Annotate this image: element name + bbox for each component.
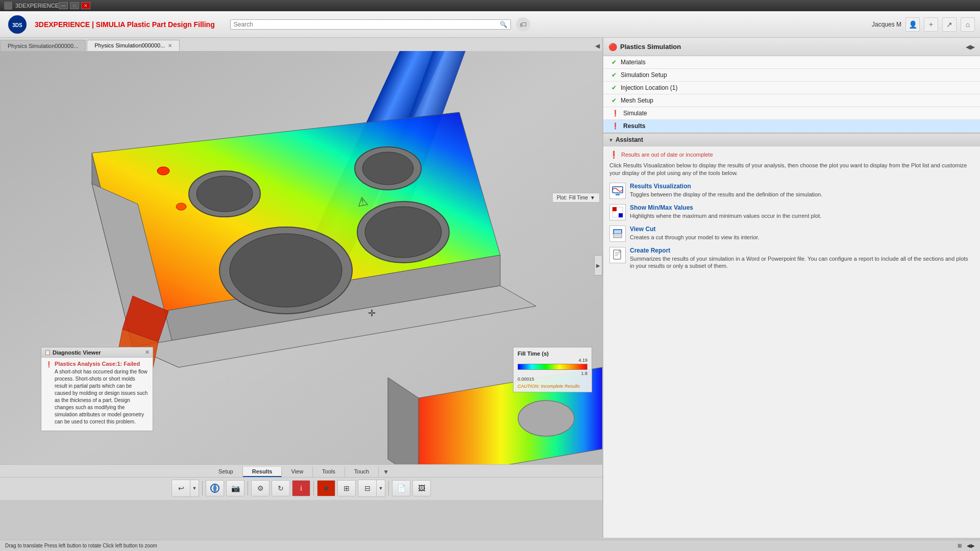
sidebar-item-mesh-setup[interactable]: ✔ Mesh Setup: [603, 94, 980, 107]
plot-indicator: Plot: Fill Time ▼: [552, 193, 600, 203]
topbar: 3DS 3DEXPERIENCE | SIMULIA Plastic Part …: [0, 11, 980, 38]
share-button[interactable]: ↗: [942, 17, 957, 32]
statusbar: Drag to translate Press left button to r…: [0, 540, 980, 551]
view-cut-icon-box: [609, 226, 626, 242]
sidebar-item-simulate[interactable]: ❗ Simulate: [603, 107, 980, 120]
visualization-toggle-button[interactable]: [206, 480, 224, 496]
screenshot-button[interactable]: 📷: [226, 480, 244, 496]
user-area: Jacques M 👤 ＋ ↗ ⌂: [872, 17, 975, 32]
app-name: Plastic Part Design Filling: [125, 20, 215, 29]
tab-touch[interactable]: Touch: [345, 467, 379, 477]
sidebar-item-materials[interactable]: ✔ Materials: [603, 56, 980, 69]
results-visualization-text: Results Visualization Toggles between th…: [630, 183, 822, 198]
injection-location-check-icon: ✔: [611, 84, 617, 91]
diagnostic-item-title: Plastics Analysis Case:1: Failed: [55, 361, 149, 367]
view-cut-desc: Creates a cut through your model to view…: [630, 234, 760, 241]
sidebar-expand-button[interactable]: ◀▶: [966, 43, 975, 51]
display-button[interactable]: ⊞: [337, 480, 356, 496]
bottom-tools: ↩ ▼ 📷 ⚙ ↻ i ■ ⊞ ⊟ ▼: [172, 478, 431, 499]
tab-1[interactable]: Physics Simulation000000...: [0, 40, 86, 51]
statusbar-right: ⊞ ◀▶: [958, 543, 975, 548]
tab-2-label: Physics Simulation000000...: [94, 42, 165, 48]
assistant-toggle-icon: ▼: [608, 137, 614, 143]
viewport: ⚠ ✛ Plot: Fill Time ▼ ▶ Fill Time (s) 4.…: [0, 51, 602, 500]
tab-tools[interactable]: Tools: [313, 467, 345, 477]
diagnostic-item-body: Plastics Analysis Case:1: Failed A short…: [55, 361, 149, 425]
panel-collapse-button[interactable]: ▶: [594, 255, 602, 276]
assistant-header[interactable]: ▼ Assistant: [603, 134, 980, 146]
assistant-warning-icon: ❗: [609, 151, 618, 159]
sidebar-item-injection-location[interactable]: ✔ Injection Location (1): [603, 82, 980, 94]
diagnostic-header[interactable]: 📋 Diagnostic Viewer ✕: [41, 347, 153, 358]
search-icon[interactable]: 🔍: [500, 21, 507, 28]
minimize-button[interactable]: —: [59, 2, 68, 9]
diagnostic-viewer: 📋 Diagnostic Viewer ✕ ❗ Plastics Analysi…: [41, 347, 153, 431]
export-button[interactable]: 🖼: [412, 480, 431, 496]
create-report-text: Create Report Summarizes the results of …: [630, 247, 974, 270]
separator-3: [313, 481, 314, 495]
materials-check-icon: ✔: [611, 59, 617, 66]
tool-create-report[interactable]: Create Report Summarizes the results of …: [609, 247, 974, 270]
info-button[interactable]: i: [292, 480, 310, 496]
results-warn-icon: ❗: [611, 122, 619, 130]
svg-point-15: [230, 234, 342, 307]
assistant-section: ▼ Assistant ❗ Results are out of date or…: [603, 133, 980, 279]
tool-show-minmax[interactable]: Show Min/Max Values Highlights where the…: [609, 204, 974, 220]
legend-box: Fill Time (s) 4.19 1.8 0.00015 CAUTION: …: [513, 347, 592, 392]
settings-button[interactable]: ⚙: [251, 480, 270, 496]
undo-button[interactable]: ↩: [172, 480, 190, 496]
app-icon: [4, 2, 12, 10]
diagnostic-content: ❗ Plastics Analysis Case:1: Failed A sho…: [41, 358, 153, 431]
svg-rect-29: [616, 194, 620, 195]
tab-results[interactable]: Results: [243, 467, 282, 477]
home-button[interactable]: ⌂: [961, 17, 975, 32]
assistant-content: ❗ Results are out of date or incomplete …: [603, 146, 980, 279]
model-viewport[interactable]: ⚠ ✛: [0, 51, 602, 500]
add-button[interactable]: ＋: [924, 17, 938, 32]
undo-dropdown-button[interactable]: ▼: [190, 480, 199, 496]
diagnostic-title: Diagnostic Viewer: [53, 349, 143, 356]
tool-view-cut[interactable]: View Cut Creates a cut through your mode…: [609, 226, 974, 242]
report-button[interactable]: 📄: [392, 480, 410, 496]
layout-dropdown-button[interactable]: ▼: [377, 480, 385, 496]
tab-view[interactable]: View: [282, 467, 313, 477]
statusbar-right-zoom: ⊞: [958, 543, 962, 548]
window-controls: — □ ✕: [59, 2, 90, 9]
logo: 3DS: [5, 12, 30, 37]
app-brand: SIMULIA: [96, 20, 125, 29]
simulation-setup-label: Simulation Setup: [621, 71, 667, 79]
sidebar-item-results[interactable]: ❗ Results: [603, 120, 980, 133]
color-button[interactable]: ■: [317, 480, 335, 496]
legend-warning: CAUTION: Incomplete Results: [518, 384, 587, 389]
search-bar[interactable]: 🔍: [230, 19, 511, 30]
tab-expand-button[interactable]: ◀: [592, 41, 602, 51]
tab-setup[interactable]: Setup: [209, 467, 243, 477]
refresh-button[interactable]: ↻: [272, 480, 290, 496]
results-visualization-name: Results Visualization: [630, 183, 822, 190]
plot-expand-icon[interactable]: ▼: [590, 195, 595, 201]
sidebar-header-title: Plastics Simulation: [620, 43, 681, 51]
close-button[interactable]: ✕: [81, 2, 90, 9]
diagnostic-item: ❗ Plastics Analysis Case:1: Failed A sho…: [45, 361, 149, 425]
assistant-title: Assistant: [616, 136, 643, 143]
sidebar-item-simulation-setup[interactable]: ✔ Simulation Setup: [603, 69, 980, 82]
username: Jacques M: [872, 21, 901, 28]
assistant-warning-text: Results are out of date or incomplete: [621, 152, 713, 158]
tag-icon[interactable]: 🏷: [516, 17, 530, 32]
layout-button[interactable]: ⊟: [358, 480, 377, 496]
tab-2-close[interactable]: ✕: [168, 43, 172, 48]
tab-2[interactable]: Physics Simulation000000... ✕: [87, 40, 180, 51]
maximize-button[interactable]: □: [70, 2, 79, 9]
mesh-setup-check-icon: ✔: [611, 97, 617, 104]
results-label: Results: [623, 122, 645, 130]
tool-results-visualization[interactable]: Results Visualization Toggles between th…: [609, 183, 974, 199]
statusbar-right-expand[interactable]: ◀▶: [967, 543, 975, 548]
view-cut-text: View Cut Creates a cut through your mode…: [630, 226, 760, 241]
diagnostic-close-button[interactable]: ✕: [145, 349, 150, 356]
svg-text:⚠: ⚠: [356, 193, 369, 209]
search-input[interactable]: [234, 21, 500, 28]
user-profile-button[interactable]: 👤: [905, 17, 920, 32]
svg-rect-35: [614, 250, 621, 259]
separator-1: [202, 481, 203, 495]
tab-more-button[interactable]: ▼: [379, 467, 393, 477]
